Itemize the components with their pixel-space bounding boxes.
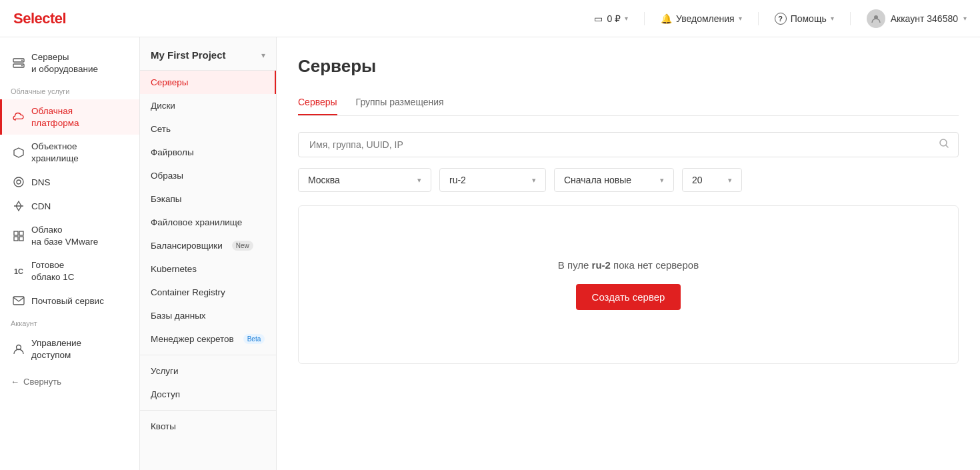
sidebar-item-object-storage[interactable]: Объектноехранилище: [0, 135, 139, 170]
collapse-section: ← Свернуть: [0, 370, 139, 393]
project-nav-container-registry-label: Container Registry: [151, 287, 225, 297]
search-input[interactable]: [298, 132, 959, 157]
help-button[interactable]: ? Помощь ▾: [775, 13, 834, 25]
svg-marker-5: [14, 148, 23, 157]
empty-state-text: В пуле ru-2 пока нет серверов: [558, 259, 699, 271]
help-icon: ?: [775, 13, 787, 25]
sidebar-label-1c: Готовоеоблако 1С: [31, 259, 75, 283]
project-nav-balancers-label: Балансировщики: [151, 241, 223, 251]
sidebar-item-dns[interactable]: DNS: [0, 170, 139, 194]
project-dropdown-icon[interactable]: ▾: [261, 51, 265, 60]
balance-amount: 0 ₽: [607, 13, 621, 24]
sidebar-label-cloud: Облачнаяплатформа: [31, 105, 79, 129]
sidebar-label-dns: DNS: [31, 177, 51, 189]
left-sidebar: Серверыи оборудование Облачные услуги Об…: [0, 37, 140, 470]
sidebar-section-cloud: Облачные услуги: [0, 81, 139, 99]
project-nav-backups[interactable]: Бэкапы: [140, 187, 276, 211]
project-nav-balancers[interactable]: Балансировщики New: [140, 234, 276, 257]
filter-zone-chevron: ▾: [532, 176, 536, 185]
balance-button[interactable]: ▭ 0 ₽ ▾: [594, 13, 628, 24]
project-nav-databases[interactable]: Базы данных: [140, 304, 276, 327]
svg-point-7: [17, 180, 21, 184]
filter-sort-value: Сначала новые: [564, 175, 631, 185]
bell-icon: 🔔: [661, 13, 672, 24]
svg-rect-10: [14, 237, 18, 241]
project-nav-network-label: Сеть: [151, 124, 171, 134]
sidebar-label-mail: Почтовый сервис: [31, 295, 104, 307]
sidebar-item-vmware[interactable]: Облакона базе VMware: [0, 218, 139, 253]
sidebar-item-mail[interactable]: Почтовый сервис: [0, 289, 139, 313]
sidebar-label-servers: Серверыи оборудование: [31, 51, 98, 75]
main-content: Серверы Серверы Группы размещения Москва…: [277, 37, 980, 470]
help-chevron: ▾: [831, 15, 834, 22]
project-nav-kubernetes-label: Kubernetes: [151, 264, 197, 274]
main-layout: Серверыи оборудование Облачные услуги Об…: [0, 37, 980, 470]
header-actions: ▭ 0 ₽ ▾ 🔔 Уведомления ▾ ? Помощь ▾ Аккау…: [594, 9, 967, 28]
sidebar-item-cloud-platform[interactable]: Облачнаяплатформа: [0, 99, 139, 135]
project-nav-quotas[interactable]: Квоты: [140, 415, 276, 438]
project-sidebar: My First Project ▾ Серверы Диски Сеть Фа…: [140, 37, 277, 470]
create-server-button[interactable]: Создать сервер: [576, 284, 681, 310]
filter-count[interactable]: 20 ▾: [682, 168, 742, 192]
access-mgmt-icon: [13, 343, 25, 355]
project-nav-file-storage[interactable]: Файловое хранилище: [140, 211, 276, 234]
dns-icon: [13, 176, 25, 188]
collapse-button[interactable]: ← Свернуть: [11, 377, 129, 387]
cdn-icon: [13, 200, 25, 212]
sidebar-label-vmware: Облакона базе VMware: [31, 224, 98, 247]
project-header: My First Project ▾: [140, 37, 276, 71]
account-label: Аккаунт 346580: [891, 13, 958, 24]
sidebar-item-servers[interactable]: Серверыи оборудование: [0, 45, 139, 81]
notifications-chevron: ▾: [739, 15, 742, 22]
project-nav-network[interactable]: Сеть: [140, 117, 276, 141]
sidebar-item-1c[interactable]: 1С Готовоеоблако 1С: [0, 253, 139, 289]
filter-location-value: Москва: [308, 175, 340, 185]
filter-count-value: 20: [692, 175, 703, 185]
notifications-button[interactable]: 🔔 Уведомления ▾: [661, 13, 742, 24]
logo: Selectel: [13, 10, 66, 27]
header-divider-1: [644, 12, 645, 25]
tab-placement-groups[interactable]: Группы размещения: [356, 90, 444, 115]
object-storage-icon: [13, 147, 25, 159]
balance-chevron: ▾: [625, 15, 628, 22]
project-nav-kubernetes[interactable]: Kubernetes: [140, 257, 276, 281]
vmware-icon: [13, 230, 25, 242]
project-nav-services[interactable]: Услуги: [140, 359, 276, 383]
tab-servers[interactable]: Серверы: [298, 90, 337, 115]
secrets-badge: Beta: [243, 334, 265, 344]
account-button[interactable]: Аккаунт 346580 ▾: [867, 9, 967, 28]
project-nav-container-registry[interactable]: Container Registry: [140, 281, 276, 304]
project-nav-access-label: Доступ: [151, 389, 180, 399]
filter-zone[interactable]: ru-2 ▾: [439, 168, 546, 192]
project-nav-databases-label: Базы данных: [151, 311, 206, 321]
1c-icon: 1С: [13, 265, 25, 277]
project-nav-secrets-label: Менеджер секретов: [151, 334, 234, 344]
sidebar-item-cdn[interactable]: CDN: [0, 194, 139, 218]
project-nav-firewalls[interactable]: Файрволы: [140, 141, 276, 164]
project-nav-access[interactable]: Доступ: [140, 383, 276, 406]
project-nav-images[interactable]: Образы: [140, 164, 276, 187]
project-nav-disks[interactable]: Диски: [140, 94, 276, 117]
help-label: Помощь: [791, 13, 827, 24]
filter-zone-value: ru-2: [449, 175, 466, 185]
mail-icon: [13, 295, 25, 307]
collapse-label: Свернуть: [23, 377, 61, 387]
cloud-platform-icon: [13, 111, 25, 123]
filter-sort[interactable]: Сначала новые ▾: [554, 168, 674, 192]
collapse-arrow-icon: ←: [11, 377, 19, 387]
project-nav-secrets[interactable]: Менеджер секретов Beta: [140, 327, 276, 351]
project-nav-divider: [140, 355, 276, 355]
account-chevron: ▾: [963, 15, 967, 22]
sidebar-item-access-mgmt[interactable]: Управлениедоступом: [0, 331, 139, 367]
filter-location[interactable]: Москва ▾: [298, 168, 431, 192]
project-nav-servers[interactable]: Серверы: [140, 71, 276, 94]
sidebar-label-cdn: CDN: [31, 201, 51, 213]
filter-sort-chevron: ▾: [660, 176, 664, 185]
project-nav-file-storage-label: Файловое хранилище: [151, 217, 242, 227]
project-nav-disks-label: Диски: [151, 101, 175, 111]
filters: Москва ▾ ru-2 ▾ Сначала новые ▾ 20 ▾: [298, 168, 959, 192]
wallet-icon: ▭: [594, 13, 603, 24]
project-nav-quotas-label: Квоты: [151, 421, 176, 431]
tabs: Серверы Группы размещения: [298, 90, 959, 116]
svg-point-6: [14, 177, 23, 187]
